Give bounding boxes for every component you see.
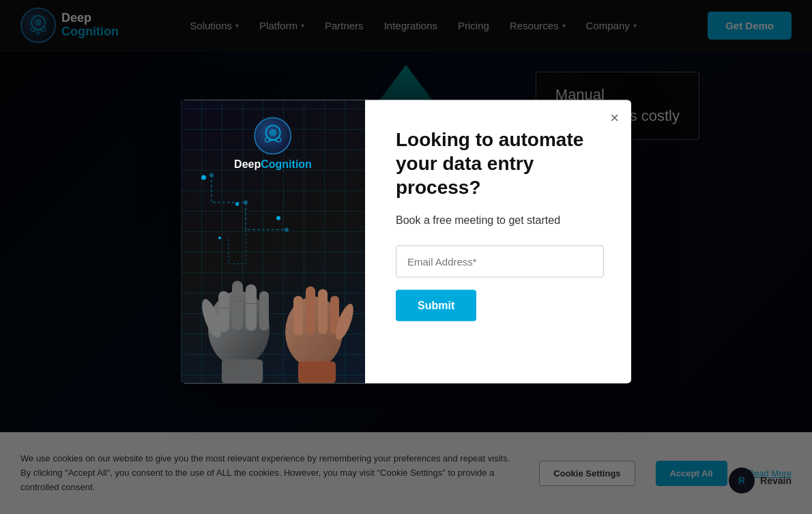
svg-rect-19 xyxy=(232,281,243,330)
modal-left-panel: Deep Cognition xyxy=(181,100,365,383)
human-hand-icon xyxy=(270,246,365,383)
svg-line-15 xyxy=(267,140,273,142)
svg-rect-33 xyxy=(298,361,336,383)
svg-rect-21 xyxy=(259,291,269,330)
svg-point-9 xyxy=(244,200,248,204)
modal-close-button[interactable]: × xyxy=(610,110,619,125)
hands-illustration xyxy=(181,233,365,383)
modal-logo-text: Deep Cognition xyxy=(234,158,312,170)
modal-right-panel: × Looking to automate your data entry pr… xyxy=(365,100,631,383)
modal-logo-icon xyxy=(254,117,291,154)
svg-point-10 xyxy=(285,227,289,231)
svg-rect-30 xyxy=(318,289,328,334)
submit-button[interactable]: Submit xyxy=(396,289,476,321)
svg-point-8 xyxy=(209,173,214,177)
svg-line-16 xyxy=(273,140,278,142)
modal: Deep Cognition xyxy=(181,100,631,383)
svg-rect-28 xyxy=(293,296,303,335)
modal-subtitle: Book a free meeting to get started xyxy=(396,214,604,226)
svg-rect-26 xyxy=(222,359,263,383)
svg-point-12 xyxy=(270,129,277,137)
modal-logo: Deep Cognition xyxy=(234,117,312,170)
email-input[interactable] xyxy=(396,245,604,277)
modal-title: Looking to automate your data entry proc… xyxy=(396,127,604,199)
svg-rect-20 xyxy=(246,284,257,330)
svg-rect-29 xyxy=(306,286,315,334)
